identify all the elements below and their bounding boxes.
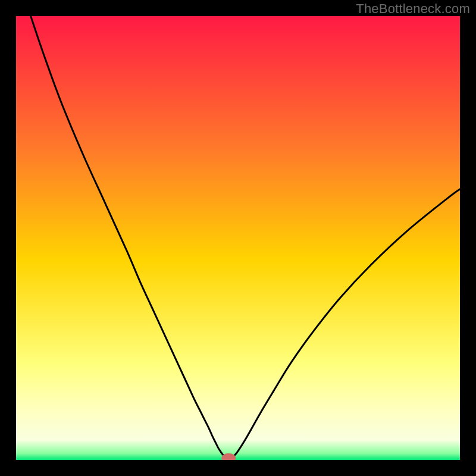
gradient-background (16, 16, 460, 460)
chart-frame: TheBottleneck.com (0, 0, 476, 476)
watermark-text: TheBottleneck.com (356, 1, 470, 17)
plot-area (16, 16, 460, 460)
bottleneck-chart (16, 16, 460, 460)
